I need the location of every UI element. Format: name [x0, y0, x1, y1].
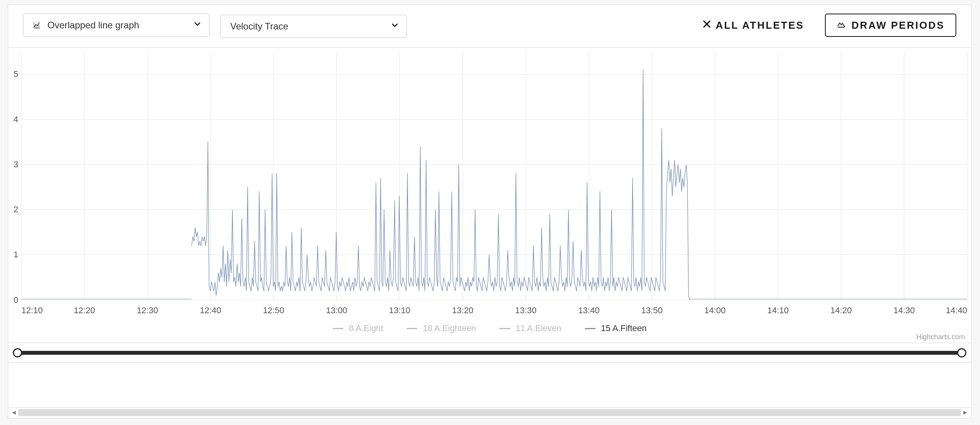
chart-legend: 8 A.Eight 18 A.Eighteen 11 A.Eleven 15 A…: [8, 323, 971, 333]
chevron-down-icon: [390, 21, 399, 32]
svg-text:4: 4: [14, 114, 18, 124]
legend-label: 11 A.Eleven: [516, 323, 561, 333]
scrollbar-thumb[interactable]: [18, 409, 961, 416]
chart-plot-area: 12:1012:2012:3012:4012:5013:0013:1013:20…: [8, 48, 971, 343]
svg-text:13:00: 13:00: [326, 305, 347, 315]
svg-text:12:50: 12:50: [263, 305, 284, 315]
svg-text:1: 1: [14, 250, 18, 260]
chart-credits[interactable]: Highcharts.com: [916, 333, 965, 341]
draw-periods-button[interactable]: DRAW PERIODS: [825, 14, 956, 37]
svg-text:13:20: 13:20: [452, 305, 473, 315]
svg-text:12:20: 12:20: [74, 305, 95, 315]
svg-text:13:30: 13:30: [515, 305, 537, 315]
legend-item[interactable]: 11 A.Eleven: [499, 323, 561, 333]
legend-label: 18 A.Eighteen: [423, 323, 476, 333]
svg-text:14:40: 14:40: [946, 305, 967, 315]
svg-text:12:40: 12:40: [200, 305, 221, 315]
range-handle-left[interactable]: [13, 348, 22, 357]
scroll-left-icon[interactable]: ◄: [10, 408, 18, 417]
chevron-down-icon: [193, 19, 202, 31]
draw-periods-label: DRAW PERIODS: [851, 19, 945, 31]
legend-swatch: [406, 328, 417, 329]
svg-text:12:30: 12:30: [137, 305, 158, 315]
svg-text:0: 0: [14, 295, 18, 305]
horizontal-scrollbar[interactable]: ◄ ►: [8, 408, 971, 417]
svg-text:3: 3: [14, 160, 18, 169]
scroll-right-icon[interactable]: ►: [961, 408, 970, 417]
legend-item[interactable]: 8 A.Eight: [333, 323, 383, 333]
range-slider[interactable]: [8, 343, 971, 363]
range-track[interactable]: [17, 351, 962, 355]
svg-text:5: 5: [14, 69, 18, 79]
trace-label: Velocity Trace: [230, 21, 288, 32]
svg-text:2: 2: [14, 205, 18, 214]
svg-text:14:30: 14:30: [893, 305, 915, 315]
svg-text:13:10: 13:10: [389, 305, 410, 315]
svg-text:13:50: 13:50: [641, 305, 663, 315]
line-graph-icon: [33, 21, 41, 29]
all-athletes-label: ALL ATHLETES: [716, 19, 804, 31]
clear-athletes-button[interactable]: ALL ATHLETES: [699, 14, 807, 37]
toolbar-right: ALL ATHLETES DRAW PERIODS: [699, 14, 956, 37]
close-icon: [702, 19, 712, 32]
legend-label: 15 A.Fifteen: [601, 323, 647, 333]
chart[interactable]: 12:1012:2012:3012:4012:5013:0013:1013:20…: [8, 48, 971, 343]
svg-text:14:20: 14:20: [830, 305, 852, 315]
svg-text:13:40: 13:40: [578, 305, 600, 315]
legend-item[interactable]: 15 A.Fifteen: [585, 323, 647, 333]
chart-type-label: Overlapped line graph: [47, 20, 139, 31]
svg-text:12:10: 12:10: [21, 305, 43, 315]
range-handle-right[interactable]: [957, 348, 966, 357]
legend-label: 8 A.Eight: [349, 323, 383, 333]
panel: Overlapped line graph Velocity Trace ALL…: [8, 5, 971, 418]
svg-text:14:10: 14:10: [767, 305, 789, 315]
legend-swatch: [585, 328, 596, 329]
bottom-panel: [8, 363, 971, 408]
trace-select[interactable]: Velocity Trace: [220, 15, 407, 38]
toolbar: Overlapped line graph Velocity Trace ALL…: [8, 5, 971, 48]
svg-text:14:00: 14:00: [704, 305, 725, 315]
legend-swatch: [333, 328, 344, 329]
legend-swatch: [499, 328, 510, 329]
legend-item[interactable]: 18 A.Eighteen: [406, 323, 476, 333]
draw-icon: [837, 19, 846, 31]
chart-type-select[interactable]: Overlapped line graph: [23, 14, 209, 37]
